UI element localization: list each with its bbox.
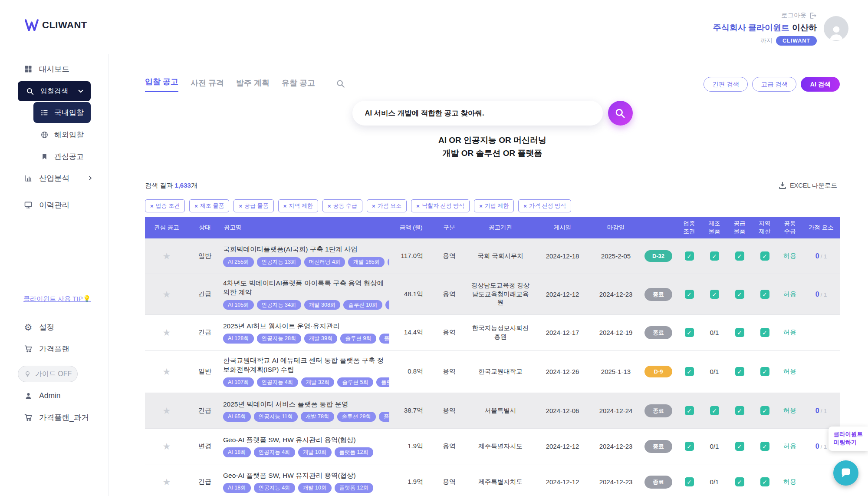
filter-chip-price-method[interactable]: ×가격 선정 방식 xyxy=(518,199,571,212)
keyword-tag: 인공지능 34회 xyxy=(257,300,301,310)
tab-order-plan[interactable]: 발주 계획 xyxy=(236,78,270,92)
table-row[interactable]: ★ 긴급 Geo-AI 플랫폼 SW, HW 유지관리 용역(협상) AI 18… xyxy=(145,464,840,496)
remove-icon[interactable]: × xyxy=(150,203,154,209)
table-row[interactable]: ★ 긴급 2025년 빅데이터 서비스 플랫폼 통합 운영 AI 65회 인공지… xyxy=(145,393,840,429)
notice-title[interactable]: 한국교원대학교 AI 에듀테크 센터 통합 플랫폼 구축 정보화전략계획(ISP… xyxy=(223,356,389,374)
filter-chip-region[interactable]: ×지역 제한 xyxy=(278,199,318,212)
guide-toggle-button[interactable]: 가이드 OFF xyxy=(18,366,78,382)
check-icon: ✓ xyxy=(760,328,769,337)
logo[interactable]: CLIWANT xyxy=(24,19,87,31)
star-icon[interactable]: ★ xyxy=(163,327,171,337)
manufacture-cell: 0/1 xyxy=(702,368,727,375)
deadline-cell: 2025-1-13 xyxy=(592,368,640,375)
org-cell: 경상남도교육청 경상남도교육청미래교육원 xyxy=(467,281,533,307)
sidebar-item-admin[interactable]: Admin xyxy=(0,385,108,407)
sidebar-item-settings[interactable]: ⚙ 설정 xyxy=(0,316,108,338)
remove-icon[interactable]: × xyxy=(372,203,375,209)
tab-bid-notice[interactable]: 입찰 공고 xyxy=(145,76,178,92)
deadline-cell: 2025-2-05 xyxy=(592,252,640,260)
chat-bubble-icon xyxy=(840,467,852,479)
table-row[interactable]: ★ 일반 한국교원대학교 AI 에듀테크 센터 통합 플랫폼 구축 정보화전략계… xyxy=(145,351,840,393)
filter-chip-manufacture[interactable]: ×제조 물품 xyxy=(189,199,229,212)
star-icon[interactable]: ★ xyxy=(163,367,171,377)
logout-button[interactable]: 로그아웃 xyxy=(713,11,817,20)
status-cell: 긴급 xyxy=(188,478,221,486)
guide-toggle-label: 가이드 OFF xyxy=(35,370,72,379)
excel-download-button[interactable]: EXCEL 다운로드 xyxy=(776,181,840,190)
remove-icon[interactable]: × xyxy=(194,203,198,209)
sidebar-item-pricing[interactable]: 가격플랜 xyxy=(0,338,108,360)
star-icon[interactable]: ★ xyxy=(163,251,171,261)
tab-failed-notice[interactable]: 유찰 공고 xyxy=(282,78,315,92)
star-icon[interactable]: ★ xyxy=(163,406,171,416)
notice-title[interactable]: 2025년 빅데이터 서비스 플랫폼 통합 운영 xyxy=(223,400,389,409)
remove-icon[interactable]: × xyxy=(328,203,331,209)
filter-chip-supply[interactable]: ×공급 물품 xyxy=(233,199,273,212)
check-icon: ✓ xyxy=(760,251,769,261)
star-icon[interactable]: ★ xyxy=(163,441,171,451)
filter-chip-company-limit[interactable]: ×기업 제한 xyxy=(474,199,514,212)
meeting-banner[interactable]: 클라이원트 미팅하기 xyxy=(829,427,868,451)
notice-title[interactable]: 국회빅데이터플랫폼(AI국회) 구축 1단계 사업 xyxy=(223,245,389,254)
filter-chip-award-method[interactable]: ×낙찰자 선정 방식 xyxy=(411,199,470,212)
check-icon: ✓ xyxy=(735,442,744,451)
posted-cell: 2024-12-12 xyxy=(533,478,592,486)
filter-chip-industry[interactable]: ×업종 조건 xyxy=(145,199,185,212)
sidebar-item-pricing-old[interactable]: 가격플랜_과거 xyxy=(0,407,108,428)
category-cell: 용역 xyxy=(431,407,467,415)
company-name: 주식회사 클라이원트 xyxy=(713,23,789,32)
dday-badge: 종료 xyxy=(644,404,672,417)
notice-title[interactable]: 2025년 AI허브 웹사이트 운영·유지관리 xyxy=(223,322,389,331)
filter-chip-bonus[interactable]: ×가점 요소 xyxy=(367,199,407,212)
sidebar-item-industry-analysis[interactable]: 산업분석 xyxy=(0,167,108,189)
check-icon: ✓ xyxy=(710,406,719,415)
filter-chip-joint[interactable]: ×공동 수급 xyxy=(322,199,362,212)
table-row[interactable]: ★ 일반 국회빅데이터플랫폼(AI국회) 구축 1단계 사업 AI 255회 인… xyxy=(145,238,840,274)
chat-widget-button[interactable] xyxy=(833,460,858,486)
deadline-cell: 2024-12-24 xyxy=(592,407,640,414)
keyword-tag: 개발 10회 xyxy=(298,483,332,493)
search-icon xyxy=(615,108,626,119)
notice-title[interactable]: Geo-AI 플랫폼 SW, HW 유지관리 용역(협상) xyxy=(223,471,389,480)
avatar[interactable] xyxy=(824,16,848,41)
sidebar-item-label: 관심공고 xyxy=(54,152,84,162)
col-category: 구분 xyxy=(431,224,467,231)
keyword-tag: 개발 308회 xyxy=(304,300,341,310)
simple-search-button[interactable]: 간편 검색 xyxy=(704,77,748,92)
keyword-tag: AI 107회 xyxy=(223,377,254,387)
table-row[interactable]: ★ 변경 Geo-AI 플랫폼 SW, HW 유지관리 용역(협상) AI 18… xyxy=(145,429,840,464)
sidebar-item-dashboard[interactable]: 대시보드 xyxy=(0,58,108,80)
search-input[interactable] xyxy=(364,109,591,118)
category-cell: 용역 xyxy=(431,290,467,298)
sidebar-item-overseas-bids[interactable]: 해외입찰 xyxy=(0,124,108,145)
table-row[interactable]: ★ 긴급 4차년도 빅데이터AI플랫폼 아이톡톡 구축 용역 협상에 의한 계약… xyxy=(145,274,840,315)
until-label: 까지 xyxy=(760,37,773,45)
ai-search-button[interactable]: AI 검색 xyxy=(801,77,840,92)
dday-badge: D-9 xyxy=(644,366,672,377)
remove-icon[interactable]: × xyxy=(283,203,287,209)
tab-pre-spec[interactable]: 사전 규격 xyxy=(191,78,224,92)
notice-title[interactable]: Geo-AI 플랫폼 SW, HW 유지관리 용역(협상) xyxy=(223,436,389,445)
sidebar-item-domestic-bids[interactable]: 국내입찰 xyxy=(33,102,91,123)
check-icon: ✓ xyxy=(685,367,694,376)
search-submit-button[interactable] xyxy=(608,101,633,126)
advanced-search-button[interactable]: 고급 검색 xyxy=(752,77,796,92)
remove-icon[interactable]: × xyxy=(523,203,527,209)
deadline-cell: 2024-12-23 xyxy=(592,443,640,450)
star-icon[interactable]: ★ xyxy=(163,477,171,487)
table-row[interactable]: ★ 긴급 2025년 AI허브 웹사이트 운영·유지관리 AI 128회 인공지… xyxy=(145,315,840,351)
dday-badge: 종료 xyxy=(644,440,672,453)
amount-cell: 38.7억 xyxy=(391,407,431,415)
category-cell: 용역 xyxy=(431,367,467,376)
tab-search-icon[interactable] xyxy=(336,79,345,89)
usage-tip-link[interactable]: 클라이원트 사용 TIP💡 xyxy=(23,295,108,303)
sidebar-item-history[interactable]: 이력관리 xyxy=(0,194,108,216)
notice-title[interactable]: 4차년도 빅데이터AI플랫폼 아이톡톡 구축 용역 협상에 의한 계약 xyxy=(223,279,389,297)
col-joint: 공동 수급 xyxy=(777,220,802,235)
remove-icon[interactable]: × xyxy=(416,203,420,209)
remove-icon[interactable]: × xyxy=(479,203,483,209)
remove-icon[interactable]: × xyxy=(239,203,242,209)
sidebar-item-bid-search[interactable]: 입찰검색 xyxy=(18,81,91,101)
star-icon[interactable]: ★ xyxy=(163,289,171,299)
sidebar-item-favorite-notices[interactable]: 관심공고 xyxy=(0,145,108,167)
